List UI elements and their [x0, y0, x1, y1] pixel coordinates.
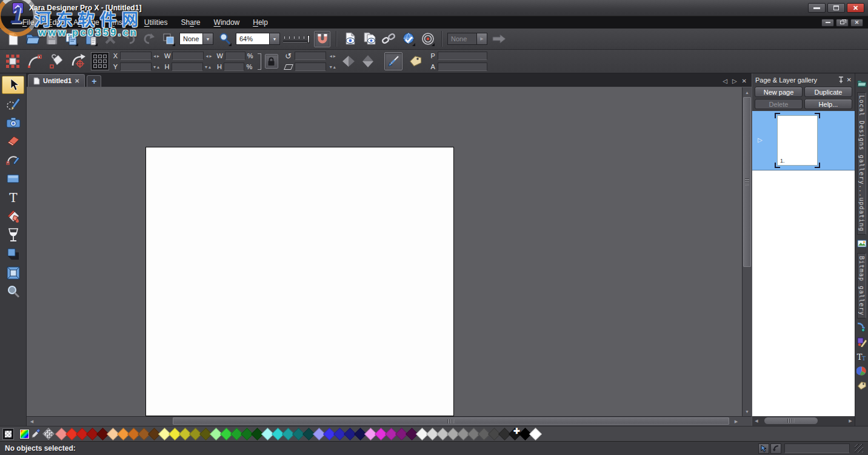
show-selection-bounds-button[interactable] — [4, 52, 22, 70]
flip-horizontal-button[interactable] — [341, 53, 356, 69]
flip-vertical-button[interactable] — [360, 53, 376, 69]
tab-scroll-left-button[interactable]: ◁ — [723, 78, 727, 84]
transform-anchor-grid[interactable] — [91, 52, 109, 70]
canvas[interactable]: ▲ ▼ — [27, 87, 752, 416]
undo-button[interactable] — [121, 31, 138, 47]
zoom-tool[interactable] — [2, 283, 24, 301]
menu-item[interactable]: Share — [175, 18, 207, 27]
bitmap-gallery-button[interactable] — [856, 238, 868, 250]
menu-item[interactable]: File — [16, 18, 41, 27]
rectangle-tool[interactable] — [2, 170, 24, 188]
new-document-button[interactable] — [5, 31, 21, 47]
horizontal-scrollbar[interactable]: ◀ ▶ — [27, 416, 752, 426]
new-page-button[interactable]: New page — [755, 87, 803, 97]
scroll-down-arrow[interactable]: ▼ — [743, 407, 752, 416]
rotation-angle-field[interactable] — [295, 52, 326, 60]
height-field[interactable] — [172, 62, 203, 71]
snap-indicator[interactable] — [770, 443, 781, 454]
web-export-check-button[interactable] — [400, 31, 416, 47]
doc-minimize-button[interactable] — [821, 19, 834, 27]
selector-tool[interactable] — [2, 76, 24, 94]
vertical-scrollbar[interactable]: ▲ ▼ — [742, 87, 752, 416]
text-tool[interactable]: T — [2, 189, 24, 207]
page-thumbnail-row[interactable]: ▷ 1. — [752, 111, 855, 170]
slider-handle[interactable] — [307, 35, 310, 43]
eyedropper-button[interactable] — [31, 429, 41, 439]
duplicate-button[interactable]: Duplicate — [804, 87, 852, 97]
width-field[interactable] — [172, 52, 204, 60]
menu-item[interactable]: Arrange — [67, 18, 106, 27]
close-button[interactable]: ✕ — [847, 3, 864, 13]
rotate-mode-button[interactable] — [69, 52, 87, 70]
color-editor-button[interactable] — [20, 430, 29, 439]
color-gallery-button[interactable] — [856, 365, 868, 377]
tab-untitled1[interactable]: Untitled1 ✕ — [28, 74, 85, 87]
photo-tool[interactable] — [2, 113, 24, 132]
local-designs-gallery-label[interactable]: Local Designs gallery...updating — [857, 92, 866, 235]
color-swatch[interactable] — [529, 427, 542, 440]
gallery-list-area[interactable] — [752, 170, 855, 416]
page-thumbnail[interactable]: 1. — [777, 115, 818, 166]
designs-gallery-button[interactable] — [856, 336, 868, 348]
horizontal-scroll-thumb[interactable] — [173, 417, 729, 425]
dropdown-arrow-icon[interactable]: ▼ — [269, 33, 279, 44]
minimize-button[interactable] — [808, 3, 826, 13]
menu-item[interactable]: Insert — [106, 18, 138, 27]
menu-item[interactable]: Window — [207, 18, 247, 27]
preview-window-button[interactable] — [342, 31, 358, 47]
redo-button[interactable] — [141, 31, 157, 47]
maximize-button[interactable] — [827, 3, 845, 13]
freehand-tool[interactable] — [2, 95, 24, 113]
menu-item[interactable]: Edit — [41, 18, 67, 27]
show-edit-handles-button[interactable] — [25, 52, 44, 70]
zoom-tool-button[interactable] — [216, 31, 233, 47]
transparency-swatch[interactable] — [42, 428, 55, 440]
panel-scroll-left-arrow[interactable]: ◀ — [752, 416, 761, 425]
pin-icon[interactable] — [838, 76, 844, 83]
fill-tool[interactable] — [2, 207, 24, 226]
scroll-left-arrow[interactable]: ◀ — [27, 417, 36, 426]
shadow-tool[interactable] — [2, 245, 24, 263]
panel-scroll-right-arrow[interactable]: ▶ — [846, 416, 855, 425]
smart-duplicate-button[interactable] — [160, 31, 176, 47]
dropdown-arrow-icon[interactable]: ▼ — [202, 33, 213, 44]
local-designs-gallery-button[interactable] — [856, 77, 868, 89]
tab-scroll-right-button[interactable]: ▷ — [732, 78, 737, 84]
delete-button[interactable] — [102, 31, 118, 47]
tab-close-icon[interactable]: ✕ — [75, 78, 79, 84]
p-field[interactable] — [438, 52, 487, 60]
doc-close-button[interactable]: ✕ — [850, 19, 863, 27]
name-tag-button[interactable] — [406, 52, 424, 70]
height-percent-field[interactable] — [224, 62, 244, 71]
tab-bar-close-button[interactable]: ✕ — [742, 78, 747, 84]
snap-to-objects-button[interactable] — [314, 31, 330, 47]
new-tab-button[interactable]: + — [87, 75, 101, 87]
name-gallery-button[interactable] — [856, 380, 868, 392]
scroll-up-arrow[interactable]: ▲ — [743, 88, 752, 96]
width-percent-field[interactable] — [225, 52, 245, 60]
panel-horizontal-scrollbar[interactable]: ◀ ▶ — [752, 416, 855, 426]
erase-tool[interactable] — [2, 132, 24, 150]
bitmap-gallery-label[interactable]: Bitmap gallery — [857, 253, 866, 318]
paste-button[interactable] — [82, 31, 99, 47]
panel-close-icon[interactable]: ✕ — [847, 76, 852, 83]
fonts-gallery-button[interactable]: TT — [856, 351, 868, 363]
hyperlink-button[interactable] — [381, 31, 397, 47]
transparency-tool[interactable] — [2, 226, 24, 244]
resize-grip[interactable] — [855, 444, 863, 453]
x-position-field[interactable] — [120, 52, 152, 60]
help-button[interactable]: Help... — [804, 99, 852, 109]
copy-button[interactable] — [63, 31, 79, 47]
save-document-button[interactable] — [44, 31, 60, 47]
panel-scroll-thumb[interactable] — [764, 417, 818, 424]
feather-slider[interactable] — [283, 33, 311, 45]
menu-item[interactable]: Help — [246, 18, 275, 27]
doc-restore-button[interactable] — [836, 19, 849, 27]
stroke-width-dropdown[interactable]: None ▼ — [179, 33, 213, 45]
live-drag-indicator[interactable] — [758, 443, 769, 454]
fill-gallery-button[interactable] — [856, 322, 868, 334]
vertical-scroll-thumb[interactable] — [743, 97, 751, 267]
show-fill-handles-button[interactable] — [47, 52, 65, 70]
a-field[interactable] — [438, 62, 487, 71]
bevel-tool[interactable] — [2, 264, 24, 282]
